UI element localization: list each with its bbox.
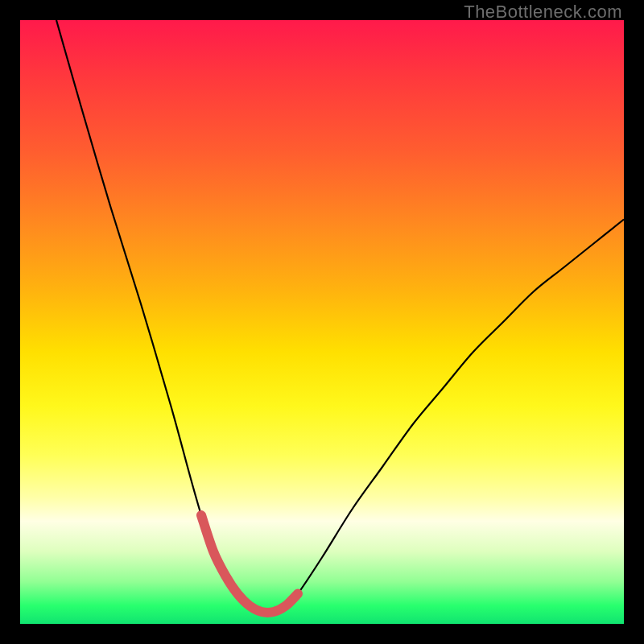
bottleneck-curve xyxy=(56,20,624,613)
chart-frame: TheBottleneck.com xyxy=(0,0,644,644)
watermark-text: TheBottleneck.com xyxy=(464,2,622,23)
curve-trough-highlight xyxy=(201,515,298,613)
curve-layer xyxy=(20,20,624,624)
